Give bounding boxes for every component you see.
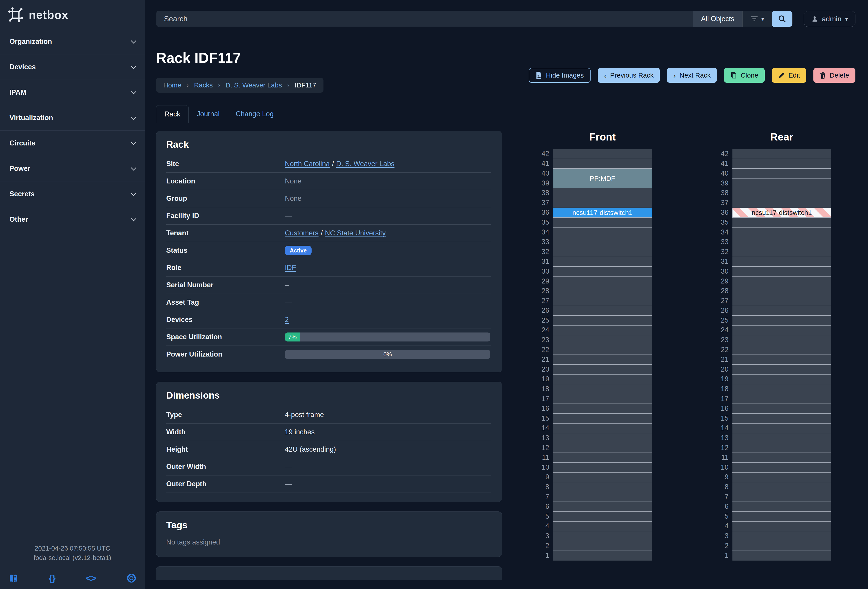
sidebar-item-organization[interactable]: Organization xyxy=(0,29,145,55)
tenant-link[interactable]: NC State University xyxy=(325,229,386,237)
front-rack-slot-u19[interactable] xyxy=(553,374,652,385)
rack-device-ncsu117-distswitch1[interactable]: ncsu117-distswitch1 xyxy=(553,208,652,218)
rear-rack-slot-u16[interactable] xyxy=(732,404,831,414)
rear-rack-slot-u17[interactable] xyxy=(732,394,831,404)
rear-rack-slot-u5[interactable] xyxy=(732,512,831,522)
front-rack-slot-u27[interactable] xyxy=(553,296,652,306)
front-rack-slot-u14[interactable] xyxy=(553,423,652,434)
front-rack-slot-u10[interactable] xyxy=(553,463,652,472)
tab-journal[interactable]: Journal xyxy=(189,105,228,123)
breadcrumb-item[interactable]: D. S. Weaver Labs xyxy=(226,81,282,89)
front-rack-slot-u26[interactable] xyxy=(553,306,652,316)
rear-rack-slot-u9[interactable] xyxy=(732,472,831,482)
sidebar-item-virtualization[interactable]: Virtualization xyxy=(0,105,145,130)
tenant-group-link[interactable]: Customers xyxy=(285,229,319,237)
sidebar-item-power[interactable]: Power xyxy=(0,156,145,181)
rest-api-braces-icon[interactable]: {} xyxy=(49,574,56,583)
search-input[interactable] xyxy=(156,11,693,27)
front-rack-slot-u23[interactable] xyxy=(553,335,652,345)
rear-rack-slot-u42[interactable] xyxy=(732,149,831,159)
front-rack-slot-u34[interactable] xyxy=(553,228,652,237)
user-menu-button[interactable]: admin ▾ xyxy=(804,11,855,27)
rear-rack-slot-u4[interactable] xyxy=(732,522,831,531)
front-rack-slot-u11[interactable] xyxy=(553,453,652,463)
rear-rack-slot-u22[interactable] xyxy=(732,345,831,355)
front-rack-slot-u37[interactable] xyxy=(553,198,652,208)
front-rack-slot-u28[interactable] xyxy=(553,286,652,296)
rear-rack-slot-u13[interactable] xyxy=(732,433,831,443)
rear-rack-slot-u15[interactable] xyxy=(732,414,831,423)
site-link[interactable]: D. S. Weaver Labs xyxy=(336,160,395,168)
rear-rack-slot-u24[interactable] xyxy=(732,326,831,335)
front-rack-slot-u16[interactable] xyxy=(553,404,652,414)
site-region-link[interactable]: North Carolina xyxy=(285,160,330,168)
breadcrumb-item[interactable]: Home xyxy=(163,81,181,89)
front-rack-slot-u33[interactable] xyxy=(553,237,652,247)
front-rack-slot-u4[interactable] xyxy=(553,522,652,531)
rear-rack-slot-u10[interactable] xyxy=(732,463,831,472)
front-rack-slot-u32[interactable] xyxy=(553,247,652,257)
sidebar-item-circuits[interactable]: Circuits xyxy=(0,130,145,156)
rear-rack-slot-u3[interactable] xyxy=(732,531,831,541)
rear-rack-slot-u29[interactable] xyxy=(732,277,831,286)
rear-rack-slot-u32[interactable] xyxy=(732,247,831,257)
rear-rack-slot-u25[interactable] xyxy=(732,316,831,326)
hide-images-button[interactable]: Hide Images xyxy=(529,68,590,83)
rear-rack-slot-u33[interactable] xyxy=(732,237,831,247)
front-rack-slot-u9[interactable] xyxy=(553,472,652,482)
rear-rack-slot-u40[interactable] xyxy=(732,169,831,179)
devices-count-link[interactable]: 2 xyxy=(285,316,289,324)
front-rack-slot-u2[interactable] xyxy=(553,541,652,551)
front-rack-slot-u5[interactable] xyxy=(553,512,652,522)
front-rack-slot-u15[interactable] xyxy=(553,414,652,423)
front-rack-slot-u8[interactable] xyxy=(553,482,652,492)
sidebar-item-devices[interactable]: Devices xyxy=(0,55,145,80)
front-rack-slot-u41[interactable] xyxy=(553,159,652,169)
role-link[interactable]: IDF xyxy=(285,264,296,272)
rear-rack-slot-u6[interactable] xyxy=(732,502,831,512)
front-rack-slot-u29[interactable] xyxy=(553,277,652,286)
rear-rack-slot-u14[interactable] xyxy=(732,423,831,434)
rear-rack-slot-u38[interactable] xyxy=(732,188,831,198)
docs-book-icon[interactable] xyxy=(9,573,18,583)
front-rack-slot-u42[interactable] xyxy=(553,149,652,159)
front-rack-slot-u25[interactable] xyxy=(553,316,652,326)
front-rack-slot-u21[interactable] xyxy=(553,355,652,365)
rear-rack-slot-u1[interactable] xyxy=(732,551,831,561)
rack-device-ncsu117-distswitch1[interactable]: ncsu117-distswitch1 xyxy=(732,208,831,218)
front-rack-slot-u3[interactable] xyxy=(553,531,652,541)
front-rack-slot-u1[interactable] xyxy=(553,551,652,561)
rear-rack-slot-u26[interactable] xyxy=(732,306,831,316)
search-filter-dropdown[interactable]: ▾ xyxy=(743,11,772,27)
rear-rack-slot-u39[interactable] xyxy=(732,179,831,188)
front-rack-slot-u35[interactable] xyxy=(553,218,652,228)
front-rack-slot-u7[interactable] xyxy=(553,492,652,502)
front-rack-slot-u20[interactable] xyxy=(553,365,652,374)
front-rack-slot-u30[interactable] xyxy=(553,266,652,277)
source-code-icon[interactable]: <> xyxy=(86,574,96,583)
front-rack-slot-u38[interactable] xyxy=(553,188,652,198)
front-rack-slot-u31[interactable] xyxy=(553,257,652,267)
sidebar-item-secrets[interactable]: Secrets xyxy=(0,181,145,207)
search-scope-selector[interactable]: All Objects xyxy=(693,11,743,27)
rear-rack-slot-u37[interactable] xyxy=(732,198,831,208)
rack-device-pp-mdf[interactable]: PP:MDF xyxy=(553,169,652,188)
rear-rack-slot-u27[interactable] xyxy=(732,296,831,306)
previous-rack-button[interactable]: ‹ Previous Rack xyxy=(598,68,660,83)
sidebar-item-other[interactable]: Other xyxy=(0,207,145,232)
sidebar-item-ipam[interactable]: IPAM xyxy=(0,80,145,105)
rear-rack-slot-u28[interactable] xyxy=(732,286,831,296)
tab-change-log[interactable]: Change Log xyxy=(227,105,282,123)
rear-rack-slot-u35[interactable] xyxy=(732,218,831,228)
front-rack-slot-u22[interactable] xyxy=(553,345,652,355)
search-submit-button[interactable] xyxy=(772,11,793,27)
rear-rack-slot-u19[interactable] xyxy=(732,374,831,385)
rear-rack-slot-u23[interactable] xyxy=(732,335,831,345)
rear-rack-slot-u34[interactable] xyxy=(732,228,831,237)
front-rack-slot-u6[interactable] xyxy=(553,502,652,512)
rear-rack-slot-u8[interactable] xyxy=(732,482,831,492)
edit-button[interactable]: Edit xyxy=(772,68,806,83)
rear-rack-slot-u41[interactable] xyxy=(732,159,831,169)
rear-rack-slot-u18[interactable] xyxy=(732,384,831,394)
front-rack-slot-u12[interactable] xyxy=(553,443,652,453)
